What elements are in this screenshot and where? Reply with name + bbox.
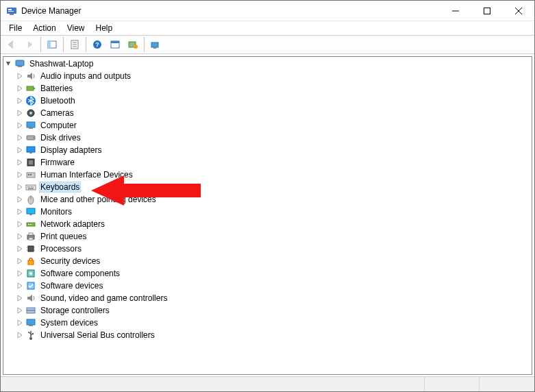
- svg-point-63: [29, 272, 32, 275]
- tree-item[interactable]: Human Interface Devices: [3, 169, 532, 181]
- status-segment: [1, 377, 425, 391]
- mouse-icon: [25, 194, 36, 205]
- tree-item[interactable]: Storage controllers: [3, 304, 532, 317]
- svg-rect-65: [27, 308, 35, 310]
- help-button[interactable]: ?: [89, 36, 105, 53]
- status-segment: [480, 377, 534, 391]
- expander-icon[interactable]: [14, 219, 25, 230]
- tree-item[interactable]: Software devices: [3, 280, 532, 292]
- expander-icon[interactable]: [14, 157, 25, 168]
- tree-item[interactable]: Mice and other pointing devices: [3, 193, 532, 206]
- expander-icon[interactable]: [14, 182, 25, 193]
- svg-rect-2: [8, 11, 14, 12]
- svg-rect-3: [10, 14, 14, 15]
- expander-icon[interactable]: [14, 305, 25, 316]
- uninstall-button[interactable]: [125, 36, 141, 53]
- tree-item[interactable]: Disk drives: [3, 132, 532, 144]
- expander-icon[interactable]: [14, 194, 25, 205]
- tree-item-label: Human Interface Devices: [39, 170, 134, 180]
- tree-item[interactable]: Audio inputs and outputs: [3, 70, 532, 82]
- expander-icon[interactable]: [14, 280, 25, 291]
- expander-icon[interactable]: [14, 83, 25, 94]
- tree-item-label: Universal Serial Bus controllers: [39, 330, 156, 340]
- toolbar-separator: [86, 37, 86, 52]
- expander-icon[interactable]: [14, 120, 25, 131]
- scan-hardware-button[interactable]: [147, 36, 164, 53]
- svg-rect-36: [29, 160, 33, 164]
- tree-item[interactable]: Computer: [3, 119, 532, 132]
- expander-icon[interactable]: [14, 108, 25, 119]
- tree-item[interactable]: Bluetooth: [3, 95, 532, 107]
- tree-item[interactable]: Sound, video and game controllers: [3, 292, 532, 304]
- minimize-button[interactable]: [440, 1, 471, 21]
- tree-item[interactable]: Keyboards: [3, 181, 532, 193]
- menu-help[interactable]: Help: [90, 22, 119, 34]
- tree-item[interactable]: Batteries: [3, 82, 532, 95]
- tree-item[interactable]: Software components: [3, 267, 532, 280]
- expander-icon[interactable]: [14, 71, 25, 82]
- tree-item-label: Computer: [39, 121, 78, 130]
- expander-icon[interactable]: [14, 145, 25, 156]
- menu-view[interactable]: View: [62, 22, 90, 34]
- maximize-button[interactable]: [471, 1, 503, 21]
- sound-icon: [25, 293, 36, 304]
- svg-rect-54: [29, 233, 33, 235]
- titlebar: Device Manager: [1, 1, 534, 21]
- root-label: Shashwat-Laptop: [28, 59, 95, 69]
- device-tree[interactable]: Shashwat-Laptop Audio inputs and outputs…: [3, 56, 532, 375]
- menu-file[interactable]: File: [3, 22, 27, 34]
- window-controls: [440, 1, 534, 21]
- tree-item[interactable]: Network adapters: [3, 218, 532, 230]
- update-driver-button[interactable]: [107, 36, 123, 53]
- expander-icon[interactable]: [14, 243, 25, 254]
- tree-root[interactable]: Shashwat-Laptop: [3, 58, 532, 70]
- svg-rect-74: [32, 333, 34, 334]
- tree-item-label: Mice and other pointing devices: [39, 195, 158, 204]
- close-button[interactable]: [503, 1, 534, 21]
- svg-point-19: [134, 45, 138, 49]
- svg-rect-49: [29, 214, 32, 215]
- expander-icon[interactable]: [3, 58, 14, 69]
- expander-icon[interactable]: [14, 268, 25, 279]
- svg-rect-43: [31, 186, 32, 188]
- svg-point-73: [28, 332, 29, 333]
- tree-item-label: Display adapters: [39, 145, 103, 155]
- svg-rect-41: [27, 186, 29, 188]
- expander-icon[interactable]: [14, 95, 25, 106]
- expander-icon[interactable]: [14, 317, 25, 328]
- expander-icon[interactable]: [14, 231, 25, 242]
- tree-item[interactable]: Universal Serial Bus controllers: [3, 329, 532, 341]
- expander-icon[interactable]: [14, 293, 25, 304]
- forward-button[interactable]: [21, 36, 38, 53]
- display-icon: [25, 145, 36, 156]
- back-button[interactable]: [3, 36, 20, 53]
- tree-item[interactable]: Processors: [3, 243, 532, 255]
- expander-icon[interactable]: [14, 256, 25, 267]
- svg-rect-22: [16, 60, 24, 66]
- show-hide-tree-button[interactable]: [44, 36, 60, 53]
- menu-action[interactable]: Action: [27, 22, 61, 34]
- svg-rect-38: [28, 174, 29, 175]
- tree-item[interactable]: Security devices: [3, 255, 532, 267]
- tree-item[interactable]: Display adapters: [3, 144, 532, 156]
- tree-item-label: Storage controllers: [39, 306, 111, 315]
- expander-icon[interactable]: [14, 169, 25, 180]
- expander-icon[interactable]: [14, 330, 25, 341]
- svg-point-28: [29, 112, 32, 114]
- properties-button[interactable]: [66, 36, 83, 53]
- tree-item[interactable]: Firmware: [3, 156, 532, 169]
- expander-icon[interactable]: [14, 132, 25, 143]
- firmware-icon: [25, 157, 36, 168]
- tree-item[interactable]: Monitors: [3, 206, 532, 218]
- svg-rect-20: [151, 42, 158, 47]
- tree-item-label: Print queues: [39, 232, 88, 241]
- svg-rect-29: [27, 122, 35, 127]
- tree-item[interactable]: Print queues: [3, 230, 532, 243]
- tree-item[interactable]: System devices: [3, 317, 532, 329]
- toolbar-separator: [63, 37, 64, 52]
- expander-icon[interactable]: [14, 206, 25, 217]
- tree-item[interactable]: Cameras: [3, 107, 532, 119]
- softdev-icon: [25, 280, 36, 291]
- tree-item-label: Software devices: [39, 281, 104, 291]
- svg-rect-55: [29, 238, 33, 240]
